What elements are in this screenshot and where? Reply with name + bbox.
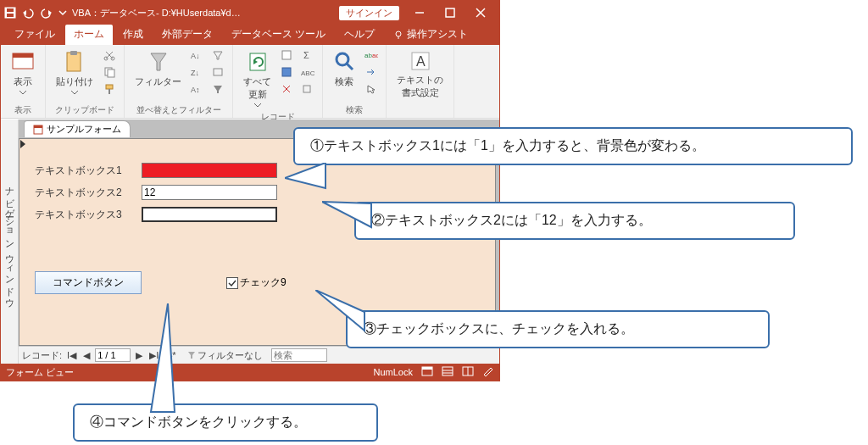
undo-icon[interactable]: [21, 7, 35, 19]
svg-rect-20: [106, 85, 113, 89]
svg-marker-26: [214, 52, 222, 59]
svg-text:Z↓: Z↓: [191, 69, 199, 77]
callout-3-text: ③チェックボックスに、チェックを入れる。: [363, 321, 634, 336]
cut-icon[interactable]: [102, 48, 117, 62]
signin-button[interactable]: サインイン: [339, 6, 399, 20]
label-textbox2: テキストボックス2: [35, 186, 136, 200]
navigation-pane-toggle[interactable]: ナビゲーション ウィンドウ: [1, 120, 19, 364]
search-box[interactable]: [271, 348, 327, 362]
ribbon: 表示 表示 貼り付け: [1, 45, 499, 119]
totals-icon[interactable]: Σ: [300, 48, 315, 62]
sort-asc-icon[interactable]: A↓: [190, 48, 205, 62]
save-icon[interactable]: [4, 7, 16, 19]
svg-rect-19: [108, 70, 114, 77]
form-tab[interactable]: サンプルフォーム: [24, 120, 131, 137]
text-format-icon: A: [409, 50, 431, 72]
form-view-icon[interactable]: [421, 366, 433, 378]
checkbox-9[interactable]: [226, 277, 238, 289]
record-position[interactable]: [95, 348, 131, 362]
label-textbox3: テキストボックス3: [35, 208, 136, 222]
refresh-label: すべて 更新: [243, 75, 271, 101]
command-button[interactable]: コマンドボタン: [35, 271, 142, 294]
search-icon: [333, 50, 355, 74]
record-label: レコード:: [22, 349, 62, 362]
view-button[interactable]: 表示: [8, 48, 38, 97]
textbox-2[interactable]: [142, 185, 277, 200]
callout-1: ①テキストボックス1には「1」を入力すると、背景色が変わる。: [293, 127, 853, 165]
tab-tell-me[interactable]: 操作アシスト: [385, 25, 476, 45]
delete-record-icon[interactable]: [280, 82, 295, 96]
refresh-all-button[interactable]: すべて 更新: [240, 48, 275, 109]
tab-file[interactable]: ファイル: [6, 25, 64, 45]
svg-marker-22: [151, 53, 166, 70]
maximize-button[interactable]: [435, 1, 465, 25]
callout-4-text: ④コマンドボタンをクリックする。: [90, 414, 307, 429]
find-label: 検索: [335, 75, 353, 88]
spelling-icon[interactable]: ABC: [300, 65, 315, 79]
title-bar: VBA：データベース- D:¥HUserdata¥d… サインイン: [1, 1, 499, 25]
qat-customize-icon[interactable]: [58, 7, 67, 19]
status-numlock: NumLock: [374, 367, 413, 377]
find-button[interactable]: 検索: [330, 48, 359, 90]
svg-rect-14: [67, 53, 81, 71]
group-label-clipboard: クリップボード: [53, 103, 117, 118]
callout-2-text: ②テキストボックス2には「12」を入力する。: [371, 213, 652, 227]
svg-line-39: [347, 64, 353, 70]
toggle-filter-icon[interactable]: [210, 82, 225, 96]
filter-button[interactable]: フィルター: [131, 48, 185, 90]
svg-rect-32: [282, 68, 291, 76]
svg-marker-42: [368, 86, 375, 93]
format-painter-icon[interactable]: [102, 82, 117, 96]
tab-external-data[interactable]: 外部データ: [153, 25, 221, 45]
paste-icon: [64, 50, 86, 74]
close-button[interactable]: [465, 1, 496, 25]
tab-help[interactable]: ヘルプ: [336, 25, 383, 45]
status-view-mode: フォーム ビュー: [6, 366, 74, 379]
sort-desc-icon[interactable]: Z↓: [190, 65, 205, 79]
minimize-button[interactable]: [404, 1, 435, 25]
advanced-filter-icon[interactable]: [210, 65, 225, 79]
design-view-icon[interactable]: [482, 366, 494, 378]
more-icon[interactable]: [300, 82, 315, 96]
callout-2: ②テキストボックス2には「12」を入力する。: [354, 202, 795, 240]
label-textbox1: テキストボックス1: [35, 164, 136, 178]
svg-rect-2: [7, 14, 14, 17]
group-label-view: 表示: [8, 103, 38, 118]
prev-record-button[interactable]: ◀: [81, 350, 92, 361]
filter-indicator: フィルターなし: [187, 349, 263, 362]
filter-icon: [187, 351, 196, 359]
tab-home[interactable]: ホーム: [65, 25, 113, 45]
chevron-down-icon: [253, 103, 262, 108]
clear-sort-icon[interactable]: A↕: [190, 82, 205, 96]
goto-icon[interactable]: [364, 65, 379, 79]
text-formatting-button[interactable]: A テキストの 書式設定: [393, 48, 447, 101]
new-record-icon[interactable]: [280, 48, 295, 62]
textbox-1[interactable]: [142, 163, 277, 178]
record-selector-icon[interactable]: [19, 139, 26, 149]
svg-rect-51: [442, 367, 453, 375]
select-icon[interactable]: [364, 82, 379, 96]
first-record-button[interactable]: I◀: [65, 350, 78, 361]
textfmt-label: テキストの 書式設定: [397, 74, 443, 99]
svg-marker-47: [20, 140, 25, 148]
redo-icon[interactable]: [40, 7, 53, 19]
tab-create[interactable]: 作成: [114, 25, 152, 45]
svg-rect-15: [70, 51, 77, 55]
replace-icon[interactable]: abac: [364, 48, 379, 62]
selection-filter-icon[interactable]: [210, 48, 225, 62]
datasheet-view-icon[interactable]: [442, 366, 453, 378]
svg-text:ac: ac: [372, 52, 378, 59]
tab-tell-me-label: 操作アシスト: [407, 27, 468, 42]
save-record-icon[interactable]: [280, 65, 295, 79]
group-label-textfmt: [393, 105, 447, 118]
paste-button[interactable]: 貼り付け: [53, 48, 97, 97]
callout-1-text: ①テキストボックス1には「1」を入力すると、背景色が変わる。: [310, 138, 705, 153]
textbox-3[interactable]: [142, 207, 277, 222]
svg-marker-59: [151, 303, 175, 412]
copy-icon[interactable]: [102, 65, 117, 79]
tab-database-tools[interactable]: データベース ツール: [223, 25, 334, 45]
layout-view-icon[interactable]: [462, 366, 474, 378]
window-title: VBA：データベース- D:¥HUserdata¥d…: [72, 7, 334, 19]
view-label: 表示: [14, 75, 32, 88]
svg-rect-46: [34, 125, 42, 128]
